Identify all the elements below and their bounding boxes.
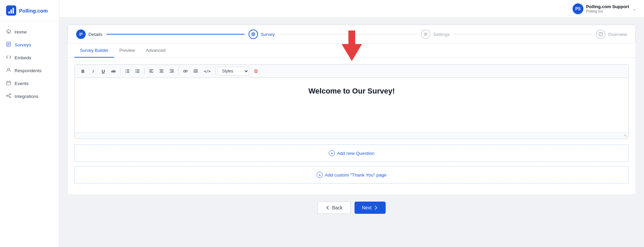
svg-point-23 bbox=[425, 34, 427, 35]
svg-point-22 bbox=[252, 34, 254, 35]
editor-welcome-text: Welcome to Our Survey! bbox=[80, 87, 623, 96]
main-area: PS Polling.com Support Polling Inc ⌄ Det… bbox=[59, 0, 644, 247]
unordered-list-button[interactable] bbox=[133, 67, 142, 76]
details-step-icon bbox=[76, 29, 86, 39]
user-name: Polling.com Support bbox=[586, 4, 629, 9]
surveys-icon bbox=[6, 42, 11, 48]
tab-preview[interactable]: Preview bbox=[114, 44, 141, 58]
add-thank-you-section[interactable]: + Add custom "Thank You" page bbox=[74, 166, 629, 184]
sidebar-item-surveys[interactable]: Surveys bbox=[0, 38, 59, 51]
sidebar: Polling.com Home Surveys Embeds Responde… bbox=[0, 0, 59, 247]
details-step-label: Details bbox=[88, 32, 102, 37]
back-button[interactable]: Back bbox=[318, 202, 350, 214]
align-left-button[interactable] bbox=[147, 67, 156, 76]
svg-rect-2 bbox=[10, 9, 12, 14]
link-icon bbox=[183, 69, 188, 74]
integrations-icon bbox=[6, 93, 11, 99]
indent-icon bbox=[193, 69, 198, 74]
next-button[interactable]: Next bbox=[355, 202, 386, 214]
add-question-section[interactable]: + Add new Question bbox=[74, 144, 629, 162]
sidebar-nav: Home Surveys Embeds Respondents Events bbox=[0, 21, 59, 247]
bold-button[interactable]: B bbox=[78, 67, 88, 76]
svg-point-37 bbox=[135, 69, 136, 70]
sidebar-item-respondents-label: Respondents bbox=[15, 68, 42, 73]
unordered-list-icon bbox=[135, 69, 140, 74]
svg-line-17 bbox=[8, 96, 9, 97]
wizard-step-details[interactable]: Details bbox=[76, 29, 102, 39]
link-button[interactable] bbox=[181, 67, 190, 76]
top-header: PS Polling.com Support Polling Inc ⌄ bbox=[59, 0, 644, 18]
step-divider-1 bbox=[106, 34, 244, 35]
user-menu[interactable]: PS Polling.com Support Polling Inc ⌄ bbox=[573, 3, 636, 14]
survey-step-label: Survey bbox=[261, 32, 275, 37]
sidebar-item-home-label: Home bbox=[15, 29, 27, 35]
tab-survey-builder[interactable]: Survey Builder bbox=[74, 44, 114, 58]
main-content: Details Survey Settings bbox=[59, 18, 644, 247]
align-center-button[interactable] bbox=[157, 67, 166, 76]
nav-buttons: Back Next bbox=[67, 195, 636, 217]
sidebar-item-surveys-label: Surveys bbox=[15, 42, 31, 47]
logo-text: Polling.com bbox=[19, 8, 48, 14]
builder-content: B I U ab 123 bbox=[68, 58, 636, 194]
next-arrow-icon bbox=[373, 205, 378, 210]
sidebar-item-respondents[interactable]: Respondents bbox=[0, 64, 59, 77]
svg-point-15 bbox=[9, 97, 11, 98]
align-right-icon bbox=[169, 69, 174, 74]
wizard-container: Details Survey Settings bbox=[67, 24, 636, 195]
events-icon bbox=[6, 80, 11, 86]
svg-point-8 bbox=[8, 68, 10, 70]
tab-bar: Survey Builder Preview Advanced bbox=[68, 44, 636, 58]
add-question-text: + Add new Question bbox=[80, 150, 623, 156]
settings-step-label: Settings bbox=[433, 32, 450, 37]
step-divider-3 bbox=[454, 34, 592, 35]
polling-logo-icon bbox=[6, 5, 16, 16]
svg-point-14 bbox=[9, 94, 11, 95]
ordered-list-button[interactable]: 123 bbox=[123, 67, 132, 76]
svg-point-13 bbox=[6, 95, 8, 97]
svg-line-16 bbox=[8, 95, 9, 96]
sidebar-item-integrations[interactable]: Integrations bbox=[0, 90, 59, 103]
user-menu-chevron-icon: ⌄ bbox=[632, 6, 636, 11]
svg-point-21 bbox=[252, 33, 255, 36]
sidebar-item-home[interactable]: Home bbox=[0, 25, 59, 38]
indent-button[interactable] bbox=[191, 67, 200, 76]
step-divider-2 bbox=[279, 34, 417, 35]
add-thank-you-circle-icon: + bbox=[317, 172, 323, 178]
respondents-icon bbox=[6, 67, 11, 74]
ordered-list-icon: 123 bbox=[125, 69, 130, 74]
back-arrow-icon bbox=[325, 205, 330, 210]
toolbar-divider-4 bbox=[215, 68, 216, 75]
svg-rect-9 bbox=[7, 81, 11, 85]
tab-advanced[interactable]: Advanced bbox=[141, 44, 171, 58]
html-mode-button[interactable]: </> bbox=[201, 67, 213, 76]
sidebar-item-events[interactable]: Events bbox=[0, 77, 59, 90]
home-icon bbox=[6, 29, 11, 35]
toolbar-divider-3 bbox=[178, 68, 179, 75]
survey-step-icon bbox=[249, 29, 258, 39]
editor-resize-handle: ⤡ bbox=[75, 132, 628, 139]
trash-icon bbox=[254, 69, 258, 74]
settings-step-icon bbox=[421, 29, 430, 39]
align-right-button[interactable] bbox=[167, 67, 176, 76]
user-details: Polling.com Support Polling Inc bbox=[586, 4, 629, 13]
delete-button[interactable] bbox=[251, 67, 261, 76]
align-left-icon bbox=[149, 69, 154, 74]
styles-dropdown[interactable]: Styles Heading 1 Heading 2 Normal bbox=[218, 67, 249, 76]
wizard-step-survey[interactable]: Survey bbox=[249, 29, 275, 39]
add-question-circle-icon: + bbox=[329, 150, 335, 156]
strikethrough-button[interactable]: ab bbox=[109, 67, 118, 76]
sidebar-item-embeds[interactable]: Embeds bbox=[0, 51, 59, 64]
editor-toolbar: B I U ab 123 bbox=[75, 65, 628, 78]
overview-step-label: Overview bbox=[608, 32, 627, 37]
embeds-icon bbox=[6, 55, 11, 61]
wizard-steps: Details Survey Settings bbox=[68, 25, 636, 44]
user-avatar: PS bbox=[573, 3, 583, 14]
resize-icon: ⤡ bbox=[624, 133, 627, 138]
wizard-step-settings[interactable]: Settings bbox=[421, 29, 450, 39]
editor-body[interactable]: Welcome to Our Survey! bbox=[75, 78, 628, 132]
svg-rect-3 bbox=[13, 8, 14, 14]
overview-step-icon bbox=[596, 29, 605, 39]
italic-button[interactable]: I bbox=[88, 67, 98, 76]
underline-button[interactable]: U bbox=[99, 67, 108, 76]
wizard-step-overview[interactable]: Overview bbox=[596, 29, 627, 39]
